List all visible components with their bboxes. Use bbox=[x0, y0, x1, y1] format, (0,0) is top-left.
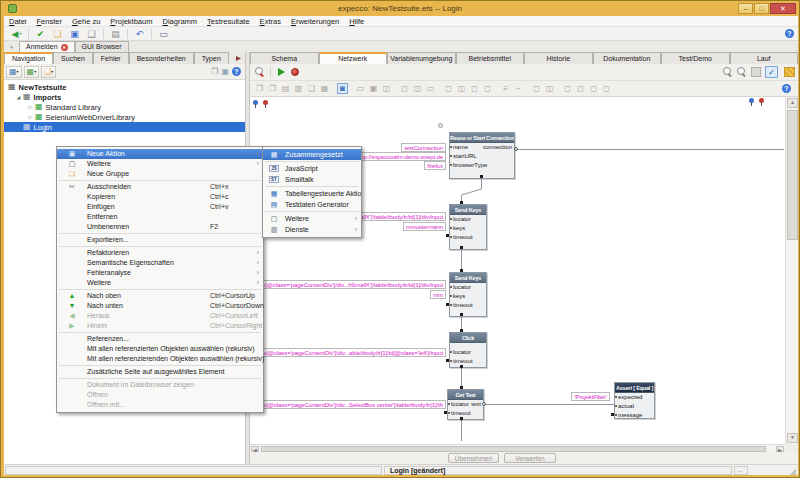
save-icon[interactable]: ▣ bbox=[68, 28, 81, 40]
diagram-block-send-keys-2[interactable]: Send Keys locator keys timeout bbox=[449, 272, 487, 317]
diagram-tool-icon[interactable]: ❏ bbox=[306, 83, 317, 94]
menubar-item[interactable]: Testresultate bbox=[202, 16, 255, 27]
diagram-tool-icon[interactable]: ▥ bbox=[293, 83, 304, 94]
block-pin-row[interactable]: locatortext bbox=[448, 400, 483, 409]
tab-close-icon[interactable]: ✕ bbox=[61, 44, 68, 51]
diagram-tool-icon[interactable]: ◻ bbox=[399, 83, 410, 94]
menubar-item[interactable]: Hilfe bbox=[344, 16, 369, 27]
menu-item[interactable]: Dokument im Dateibrowser zeigen › bbox=[57, 380, 263, 390]
diagram-tool-icon[interactable]: ❐ bbox=[267, 83, 278, 94]
menu-item[interactable]: Einfügen Ctrl+v › bbox=[57, 202, 263, 212]
tree-item[interactable]: ▷ ▦ Standard Library bbox=[4, 102, 245, 112]
diagram-tool-icon[interactable]: ◫ bbox=[544, 83, 555, 94]
block-pin-row[interactable]: timeout bbox=[450, 357, 486, 366]
diagram-tool-icon[interactable]: ▣ bbox=[368, 83, 379, 94]
diagram-tool-icon[interactable]: ◫ bbox=[412, 83, 423, 94]
block-pin-row[interactable]: locator bbox=[450, 215, 486, 224]
block-pin-row[interactable]: keys bbox=[450, 292, 486, 301]
diagram-block-get-text[interactable]: Get Text locatortext timeout bbox=[447, 389, 484, 420]
pin-red-icon[interactable] bbox=[759, 98, 764, 107]
menu-item[interactable]: ▤ Testdaten Generator › bbox=[263, 199, 361, 210]
value-label[interactable]: testConnection bbox=[401, 143, 446, 152]
diagram-tool-icon[interactable]: ▭ bbox=[425, 83, 436, 94]
value-label[interactable]: 'ProjektFilter' bbox=[571, 392, 610, 401]
diagram-tool-icon[interactable]: ◻ bbox=[562, 83, 573, 94]
tree-item[interactable]: ▷ ▦ SeleniumWebDriverLibrary bbox=[4, 112, 245, 122]
menu-item[interactable]: Kopieren Ctrl+c › bbox=[57, 192, 263, 202]
help-icon[interactable]: ? bbox=[785, 29, 794, 38]
minimize-button[interactable]: – bbox=[738, 3, 753, 14]
value-label[interactable]: //div[@class='pageContentDiv']/div...Sel… bbox=[253, 400, 446, 409]
diagram-tool-icon[interactable]: ▤ bbox=[280, 83, 291, 94]
tree-expander-icon[interactable]: ▷ bbox=[26, 104, 35, 110]
value-label[interactable]: http://expeccoalm-demo.exept.de bbox=[354, 152, 446, 161]
menu-item[interactable]: Fehleranalyse › bbox=[57, 268, 263, 278]
document-tab[interactable]: GUI Browser bbox=[75, 41, 129, 52]
block-pin-row[interactable]: expected bbox=[615, 393, 654, 402]
diagram-block-send-keys-1[interactable]: Send Keys locator keys timeout bbox=[449, 204, 487, 250]
diagram-tool-icon[interactable]: ◫ bbox=[381, 83, 392, 94]
menu-item[interactable]: ▣ Neue Aktion › bbox=[57, 149, 263, 159]
menu-item[interactable]: Semantische Eigenschaften › bbox=[57, 258, 263, 268]
menu-item[interactable]: Refaktorieren › bbox=[57, 248, 263, 258]
menubar-item[interactable]: Gehe zu bbox=[67, 16, 105, 27]
horizontal-scrollbar[interactable]: ◀ ▶ bbox=[250, 444, 785, 452]
print-icon[interactable]: ▤ bbox=[109, 28, 122, 40]
diagram-block-assert-equal[interactable]: Assert [ Equal ] expected actual message bbox=[614, 382, 655, 419]
back-icon[interactable]: ◀▾ bbox=[10, 28, 23, 40]
diagram-tool-icon[interactable]: ◻ bbox=[469, 83, 480, 94]
help-icon[interactable]: ? bbox=[782, 84, 791, 93]
new-item-dropdown[interactable]: ▦▾ bbox=[6, 66, 22, 78]
right-panel-tab[interactable]: Dokumentation bbox=[593, 52, 662, 64]
diagram-block-click[interactable]: Click locator timeout bbox=[449, 332, 487, 368]
diagram-tool-icon[interactable]: ÷ bbox=[513, 83, 524, 94]
diagram-tool-icon[interactable]: ◫ bbox=[456, 83, 467, 94]
monitor-icon[interactable]: ▭ bbox=[157, 28, 170, 40]
left-panel-tab[interactable]: Typen bbox=[194, 52, 229, 64]
block-pin-row[interactable]: locator bbox=[450, 348, 486, 357]
discard-button[interactable]: Verwerfen bbox=[504, 453, 556, 463]
tree-item[interactable]: ▦ Login bbox=[4, 122, 245, 132]
block-pin-row[interactable]: timeout bbox=[448, 409, 483, 418]
menu-item[interactable]: Entfernen › bbox=[57, 212, 263, 222]
add-tab-button[interactable]: + bbox=[7, 43, 16, 52]
folder-dropdown[interactable]: ❏▾ bbox=[41, 66, 56, 78]
diagram-tool-icon[interactable]: ◻ bbox=[482, 83, 493, 94]
right-panel-tab[interactable]: Lauf bbox=[730, 52, 799, 64]
block-pin-row[interactable]: browserType bbox=[450, 161, 514, 170]
right-panel-tab[interactable]: Schema bbox=[250, 52, 319, 64]
menu-item[interactable]: ▦ Zusammengesetzt › bbox=[263, 149, 361, 160]
diagram-tool-icon[interactable]: ▭ bbox=[355, 83, 366, 94]
run-icon[interactable] bbox=[278, 68, 285, 76]
document-tab[interactable]: Anmelden ✕ bbox=[19, 41, 75, 52]
diagram-tool-icon[interactable]: ◻ bbox=[601, 83, 612, 94]
help-icon[interactable]: ? bbox=[232, 67, 241, 76]
tree-item[interactable]: ▦ NewTestsuite bbox=[4, 82, 245, 92]
menubar-item[interactable]: Extras bbox=[255, 16, 286, 27]
zoom-in-icon[interactable] bbox=[723, 67, 733, 77]
left-panel-tab[interactable]: Suchen bbox=[53, 52, 93, 64]
grid-toggle-checkbox[interactable]: ✓ bbox=[765, 66, 778, 78]
menu-item[interactable]: Exportieren... › bbox=[57, 235, 263, 245]
close-button[interactable]: ✕ bbox=[770, 3, 796, 14]
block-pin-row[interactable]: message bbox=[615, 411, 654, 420]
open-folder-icon[interactable]: ❏ bbox=[51, 28, 64, 40]
scroll-up-icon[interactable]: ▲ bbox=[787, 98, 798, 108]
block-pin-row[interactable]: timeout bbox=[450, 301, 486, 310]
diagram-tool-icon[interactable]: ❐ bbox=[254, 83, 265, 94]
menu-item[interactable]: ❏ Neue Gruppe › bbox=[57, 169, 263, 179]
block-pin-row[interactable]: locator bbox=[450, 283, 486, 292]
diagram-tool-icon[interactable]: ◙ bbox=[337, 83, 348, 94]
menu-item[interactable]: ▢ Weitere › bbox=[263, 213, 361, 224]
scroll-down-icon[interactable]: ▼ bbox=[787, 433, 798, 443]
menu-item[interactable]: ▶ Hinein Ctrl+CursorRight › bbox=[57, 321, 263, 331]
value-label[interactable]: firefox bbox=[424, 161, 446, 170]
left-panel-tab[interactable]: Besonderheiten bbox=[129, 52, 194, 64]
right-panel-tab[interactable]: Variablenumgebung bbox=[387, 52, 456, 64]
menu-item[interactable]: ◀ Heraus Ctrl+CursorLeft › bbox=[57, 311, 263, 321]
pin-blue-icon[interactable] bbox=[749, 98, 754, 107]
maximize-button[interactable]: □ bbox=[754, 3, 769, 14]
menu-item[interactable]: ▢ Weitere › bbox=[57, 159, 263, 169]
menu-item[interactable]: Mit allen referenzierten Objekten auswäh… bbox=[57, 344, 263, 354]
menu-item[interactable]: Weitere › bbox=[57, 278, 263, 288]
